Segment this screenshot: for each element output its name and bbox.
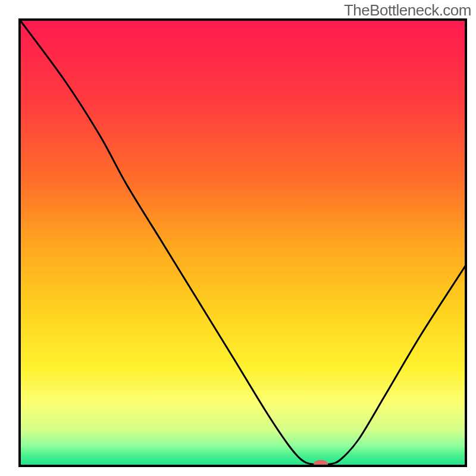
watermark-text: TheBottleneck.com [344, 1, 471, 20]
gradient-background [20, 20, 466, 466]
chart-container: TheBottleneck.com [0, 0, 476, 476]
bottleneck-chart [0, 0, 476, 476]
